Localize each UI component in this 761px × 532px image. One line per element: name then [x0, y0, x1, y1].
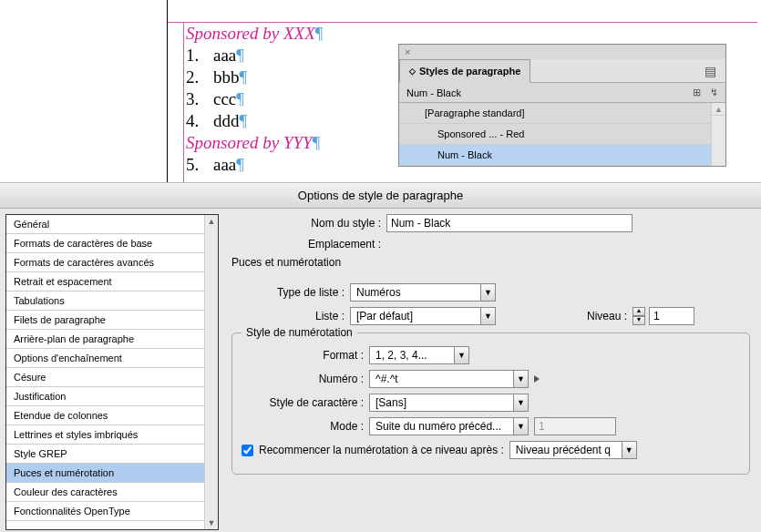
- style-name-label: Nom du style :: [231, 217, 386, 230]
- sidebar-item[interactable]: Retrait et espacement: [6, 272, 204, 292]
- sidebar-item[interactable]: Général: [6, 215, 204, 234]
- style-list-item[interactable]: Sponsored ... - Red: [399, 124, 711, 145]
- numbering-style-fieldset: Style de numérotation Format : 1, 2, 3, …: [231, 332, 750, 475]
- list-label: Liste :: [231, 310, 350, 322]
- level-input[interactable]: [649, 307, 694, 325]
- dialog-title: Options de style de paragraphe: [0, 183, 761, 209]
- play-icon[interactable]: [534, 375, 540, 383]
- sidebar-item[interactable]: Fonctionnalités OpenType: [6, 502, 204, 521]
- style-list-item[interactable]: Num - Black: [399, 145, 711, 166]
- restart-level-select[interactable]: Niveau précédent q ▼: [509, 441, 637, 459]
- char-style-label: Style de caractère :: [242, 396, 369, 409]
- dialog-sidebar: GénéralFormats de caractères de baseForm…: [5, 214, 219, 530]
- mode-label: Mode :: [242, 420, 369, 433]
- level-stepper[interactable]: ▲ ▼: [632, 307, 645, 325]
- sidebar-item[interactable]: Formats de caractères avancés: [6, 253, 204, 272]
- sidebar-item[interactable]: Formats de caractères de base: [6, 234, 204, 253]
- list-type-label: Type de liste :: [231, 286, 350, 299]
- flash-icon[interactable]: ↯: [710, 87, 718, 98]
- sort-icon: ◇: [409, 66, 416, 76]
- sponsored-heading: Sponsored by XXX¶: [184, 23, 757, 45]
- sidebar-item[interactable]: Césure: [6, 368, 204, 387]
- format-select[interactable]: 1, 2, 3, 4... ▼: [369, 346, 469, 364]
- level-label: Niveau :: [587, 310, 627, 322]
- chevron-down-icon[interactable]: ▼: [513, 371, 528, 387]
- fieldset-legend: Style de numérotation: [242, 326, 357, 339]
- scroll-down-icon[interactable]: ▼: [205, 517, 218, 529]
- paragraph-style-options-dialog: Options de style de paragraphe GénéralFo…: [0, 182, 761, 532]
- panel-menu-icon[interactable]: ▤: [695, 60, 725, 82]
- panel-tab[interactable]: ◇ Styles de paragraphe: [399, 59, 530, 83]
- sidebar-item[interactable]: Tabulations: [6, 292, 204, 311]
- sidebar-item[interactable]: Filets de paragraphe: [6, 311, 204, 330]
- scroll-up-icon[interactable]: ▲: [712, 103, 725, 116]
- chevron-down-icon[interactable]: ▼: [480, 308, 495, 324]
- section-heading: Puces et numérotation: [231, 256, 750, 269]
- list-select[interactable]: [Par défaut] ▼: [350, 307, 496, 325]
- style-name-input[interactable]: [386, 214, 632, 232]
- paragraph-styles-panel[interactable]: × ◇ Styles de paragraphe ▤ Num - Black ⊞…: [398, 44, 726, 167]
- mode-number-input: [534, 417, 616, 435]
- chevron-down-icon[interactable]: ▼: [454, 347, 468, 363]
- number-label: Numéro :: [242, 373, 369, 385]
- restart-numbering-label: Recommencer la numérotation à ce niveau …: [259, 444, 504, 456]
- new-style-icon[interactable]: ⊞: [693, 87, 701, 98]
- sidebar-item[interactable]: Lettrines et styles imbriqués: [6, 425, 204, 445]
- style-list-item[interactable]: [Paragraphe standard]: [399, 103, 711, 124]
- current-style-label: Num - Black: [406, 87, 461, 98]
- chevron-down-icon[interactable]: ▼: [513, 418, 528, 435]
- pilcrow-icon: ¶: [315, 24, 324, 43]
- mode-select[interactable]: Suite du numéro précéd... ▼: [369, 417, 529, 435]
- scroll-up-icon[interactable]: ▲: [205, 215, 218, 228]
- sidebar-item[interactable]: Couleur des caractères: [6, 483, 204, 502]
- sidebar-item[interactable]: Puces et numérotation: [6, 464, 204, 483]
- sidebar-item[interactable]: Etendue de colonnes: [6, 406, 204, 425]
- chevron-down-icon[interactable]: ▼: [513, 394, 528, 411]
- list-type-select[interactable]: Numéros ▼: [350, 283, 496, 302]
- chevron-down-icon[interactable]: ▼: [622, 442, 636, 458]
- char-style-select[interactable]: [Sans] ▼: [369, 394, 529, 412]
- sidebar-item[interactable]: Style GREP: [6, 445, 204, 464]
- chevron-down-icon[interactable]: ▼: [480, 284, 495, 301]
- panel-close-icon[interactable]: ×: [399, 45, 725, 59]
- format-label: Format :: [242, 349, 369, 362]
- restart-numbering-checkbox[interactable]: [242, 445, 253, 456]
- location-label: Emplacement :: [231, 238, 386, 251]
- number-input[interactable]: ^#.^t ▼: [369, 370, 529, 388]
- sidebar-item[interactable]: Options d'enchaînement: [6, 349, 204, 368]
- sidebar-item[interactable]: Justification: [6, 387, 204, 406]
- sidebar-item[interactable]: Arrière-plan de paragraphe: [6, 330, 204, 349]
